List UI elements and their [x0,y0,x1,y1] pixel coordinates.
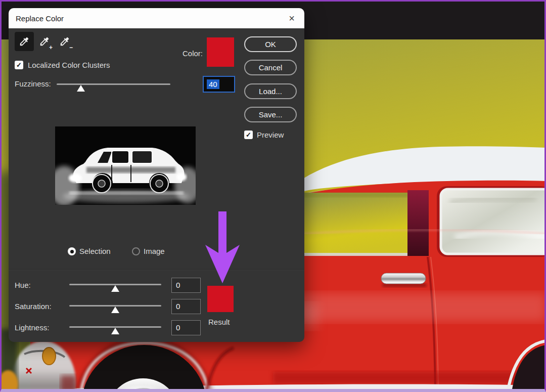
lightness-value: 0 [176,323,180,332]
eyedropper-add-icon [39,36,50,47]
hue-value: 0 [176,281,180,289]
radio-dot [70,250,74,253]
lightness-input[interactable]: 0 [171,320,201,335]
fuzziness-slider-thumb[interactable] [77,85,85,92]
replace-color-dialog: Replace Color × + − ✓ Localized Color Cl… [9,8,304,342]
fuzziness-slider-track[interactable] [57,83,170,85]
localized-clusters-checkbox[interactable]: ✓ [15,61,23,69]
saturation-slider-thumb[interactable] [111,307,119,313]
preview-checkbox[interactable]: ✓ [244,130,253,139]
section-divider [9,269,304,270]
eyedropper-subtract-icon [59,36,70,47]
result-label: Result [208,318,230,326]
screenshot-root: Replace Color × + − ✓ Localized Color Cl… [0,0,546,392]
plus-glyph: + [49,45,53,51]
fuzziness-value: 40 [207,79,219,89]
selection-radio[interactable] [68,247,76,255]
hue-slider-thumb[interactable] [111,285,119,292]
hue-label: Hue: [15,281,31,289]
selection-radio-label: Selection [79,247,111,255]
close-icon[interactable]: × [284,11,299,26]
dialog-titlebar[interactable]: Replace Color × [9,8,304,28]
fuzziness-input[interactable]: 40 [203,76,235,93]
color-label: Color: [155,49,203,58]
dialog-title: Replace Color [16,14,64,23]
color-swatch[interactable] [207,37,234,67]
save-button[interactable]: Save... [244,107,297,122]
hue-input[interactable]: 0 [171,278,201,293]
eyedropper-subtract-tool-button[interactable]: − [55,32,74,51]
image-radio[interactable] [132,247,140,255]
ok-button[interactable]: OK [244,36,297,52]
result-swatch[interactable] [207,286,234,312]
check-icon: ✓ [246,131,251,139]
lightness-label: Lightness: [15,323,49,332]
selection-mask-image [55,126,196,205]
saturation-label: Saturation: [15,302,52,311]
saturation-input[interactable]: 0 [171,299,201,314]
image-radio-label: Image [144,247,165,255]
lightness-slider-thumb[interactable] [111,328,119,334]
cancel-button[interactable]: Cancel [244,60,297,75]
localized-clusters-label: Localized Color Clusters [28,61,110,69]
fuzziness-label: Fuzziness: [15,79,51,88]
check-icon: ✓ [16,61,22,69]
eyedropper-add-tool-button[interactable]: + [35,32,54,51]
saturation-value: 0 [176,302,180,311]
eyedropper-icon [19,36,30,47]
preview-thumbnail[interactable] [55,126,196,205]
load-button[interactable]: Load... [244,83,297,99]
eyedropper-tool-button[interactable] [15,32,34,51]
minus-glyph: − [69,45,73,51]
preview-label: Preview [257,130,284,139]
